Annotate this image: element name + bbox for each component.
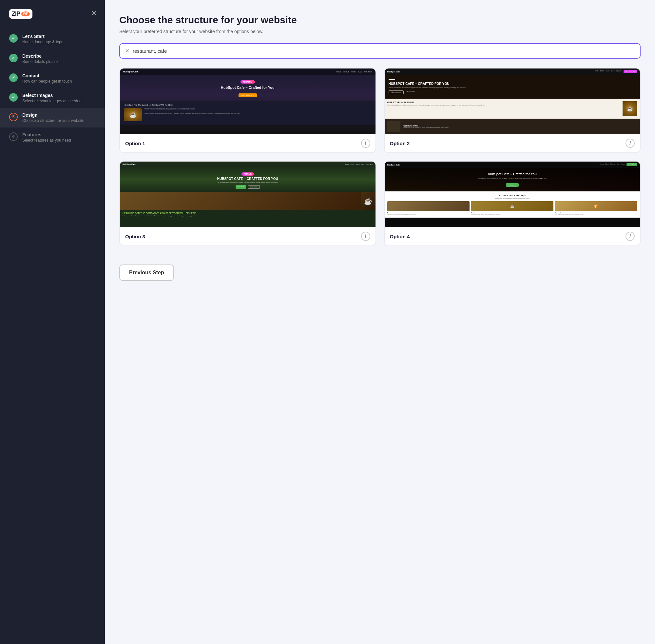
sidebar-nav: ✓ Let's Start Name, language & type ✓ De… bbox=[0, 29, 105, 147]
step-title-2: Describe bbox=[22, 53, 58, 59]
option-info-button-1[interactable]: i bbox=[361, 139, 370, 148]
option-card-3[interactable]: HubSpot Cafe HOMEABOUTMENUBLOGCONTACT PR… bbox=[119, 161, 376, 246]
step-indicator-1: ✓ bbox=[9, 34, 18, 43]
step-indicator-6: 6 bbox=[9, 132, 18, 141]
option-info-button-4[interactable]: i bbox=[626, 232, 635, 241]
sidebar-item-lets-start[interactable]: ✓ Let's Start Name, language & type bbox=[0, 29, 105, 49]
step-title-1: Let's Start bbox=[22, 34, 63, 39]
logo: ZIP WP bbox=[9, 9, 32, 19]
sidebar-item-select-images[interactable]: ✓ Select Images Select relevant images a… bbox=[0, 88, 105, 108]
step-title-5: Design bbox=[22, 112, 84, 118]
bottom-bar: Previous Step bbox=[119, 257, 640, 283]
option-preview-2: HubSpot Cafe HOMEABOUTMENUBLOGCONTACT CA… bbox=[385, 69, 640, 134]
step-indicator-3: ✓ bbox=[9, 73, 18, 82]
option-label-4: Option 4 bbox=[390, 234, 410, 239]
search-input[interactable] bbox=[133, 48, 635, 54]
sidebar-item-design[interactable]: 5 Design Choose a structure for your web… bbox=[0, 108, 105, 128]
search-bar: ✕ bbox=[119, 43, 640, 59]
step-title-3: Contact bbox=[22, 73, 72, 78]
option-footer-1: Option 1 i bbox=[120, 134, 375, 153]
page-title: Choose the structure for your website bbox=[119, 15, 640, 26]
close-button[interactable]: ✕ bbox=[91, 9, 97, 18]
page-subtitle: Select your preferred structure for your… bbox=[119, 29, 640, 34]
step-indicator-5: 5 bbox=[9, 113, 18, 121]
sidebar-item-features[interactable]: 6 Features Select features as you need bbox=[0, 128, 105, 147]
logo-wp-badge: WP bbox=[21, 12, 30, 16]
logo-text: ZIP bbox=[12, 10, 20, 17]
option-label-2: Option 2 bbox=[390, 141, 410, 146]
step-indicator-2: ✓ bbox=[9, 54, 18, 62]
step-subtitle-1: Name, language & type bbox=[22, 40, 63, 44]
sidebar-item-contact[interactable]: ✓ Contact How can people get in touch bbox=[0, 69, 105, 88]
step-subtitle-2: Some details please bbox=[22, 59, 58, 64]
option-label-1: Option 1 bbox=[125, 141, 145, 146]
option-footer-2: Option 2 i bbox=[385, 134, 640, 153]
option-label-3: Option 3 bbox=[125, 234, 145, 239]
step-subtitle-6: Select features as you need bbox=[22, 138, 71, 142]
step-title-6: Features bbox=[22, 132, 71, 137]
option-footer-3: Option 3 i bbox=[120, 227, 375, 246]
step-subtitle-5: Choose a structure for your website bbox=[22, 118, 84, 123]
step-title-4: Select Images bbox=[22, 93, 81, 98]
step-indicator-4: ✓ bbox=[9, 93, 18, 101]
option-preview-1: HubSpot Cafe HOMEABOUTMENUBLOGCONTACT PR… bbox=[120, 69, 375, 134]
option-info-button-2[interactable]: i bbox=[626, 139, 635, 148]
option-preview-3: HubSpot Cafe HOMEABOUTMENUBLOGCONTACT PR… bbox=[120, 162, 375, 227]
option-card-1[interactable]: HubSpot Cafe HOMEABOUTMENUBLOGCONTACT PR… bbox=[119, 68, 376, 153]
sidebar-item-describe[interactable]: ✓ Describe Some details please bbox=[0, 49, 105, 69]
search-clear-icon[interactable]: ✕ bbox=[125, 48, 130, 54]
options-grid: HubSpot Cafe HOMEABOUTMENUBLOGCONTACT PR… bbox=[119, 68, 640, 246]
main-content: Choose the structure for your website Se… bbox=[105, 0, 655, 644]
step-subtitle-4: Select relevant images as needed bbox=[22, 99, 81, 103]
option-card-4[interactable]: HubSpot Cafe HomeAboutOfferingsBlogConta… bbox=[384, 161, 641, 246]
sidebar: ZIP WP ✕ ✓ Let's Start Name, language & … bbox=[0, 0, 105, 644]
step-subtitle-3: How can people get in touch bbox=[22, 79, 72, 84]
option-card-2[interactable]: HubSpot Cafe HOMEABOUTMENUBLOGCONTACT CA… bbox=[384, 68, 641, 153]
option-footer-4: Option 4 i bbox=[385, 227, 640, 246]
option-info-button-3[interactable]: i bbox=[361, 232, 370, 241]
previous-step-button[interactable]: Previous Step bbox=[119, 264, 174, 281]
logo-area: ZIP WP bbox=[0, 9, 105, 29]
option-preview-4: HubSpot Cafe HomeAboutOfferingsBlogConta… bbox=[385, 162, 640, 227]
